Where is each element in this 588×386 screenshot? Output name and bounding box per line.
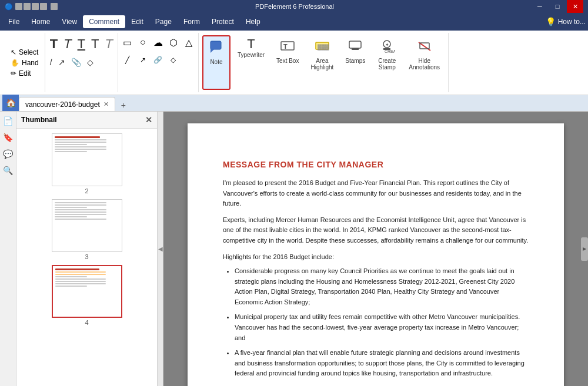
- home-tab-button[interactable]: 🏠: [2, 95, 19, 111]
- text-tool-2[interactable]: T: [61, 35, 74, 53]
- shapes-row1: ▭ ○ ☁ ⬡ △: [121, 33, 196, 51]
- new-tab-button[interactable]: +: [116, 99, 131, 111]
- sidebar-collapse-handle[interactable]: ◀: [158, 112, 163, 386]
- edit-tool[interactable]: ✏ Edit: [9, 69, 40, 78]
- typewriter-icon: T: [247, 38, 255, 51]
- thumb-line: [55, 146, 106, 147]
- document-tab[interactable]: vancouver-2016-budget ✕: [19, 97, 115, 111]
- rectangle-shape[interactable]: ▭: [121, 35, 135, 49]
- pdf-para-1: I'm pleased to present the 2016 Budget a…: [223, 178, 529, 209]
- pdf-para-2: Experts, including Mercer Human Resource…: [223, 215, 529, 246]
- diamond-shape[interactable]: ◇: [166, 53, 181, 67]
- highlight-eraser[interactable]: ◇: [85, 56, 96, 68]
- thumb-page-4-image: [52, 265, 122, 318]
- select-tool[interactable]: ↖ Select: [9, 48, 40, 57]
- note-icon: [208, 39, 225, 58]
- cloud-shape[interactable]: ☁: [151, 35, 165, 49]
- sidebar-close-button[interactable]: ✕: [145, 115, 152, 125]
- thumb-line: [55, 212, 106, 213]
- draw-tool[interactable]: /: [48, 56, 55, 68]
- comments-icon[interactable]: 💬: [1, 147, 15, 161]
- polygon-shape[interactable]: ⬡: [166, 35, 181, 49]
- menu-view[interactable]: View: [56, 15, 83, 28]
- area-highlight-button[interactable]: ▓▓▓ AreaHighlight: [306, 35, 338, 90]
- minimize-button[interactable]: ─: [532, 0, 548, 13]
- thumb-line: [55, 286, 87, 287]
- menu-home[interactable]: Home: [25, 15, 56, 28]
- thumb-line: [55, 151, 87, 152]
- thumb-line: [55, 207, 87, 208]
- area-highlight-label: AreaHighlight: [310, 58, 333, 71]
- thumb-line: [55, 268, 100, 270]
- bookmarks-icon[interactable]: 🔖: [1, 130, 15, 145]
- collapse-arrow-icon: ◀: [158, 246, 163, 252]
- stamps-button[interactable]: Stamps: [340, 35, 370, 90]
- menu-comment[interactable]: Comment: [83, 15, 125, 28]
- thumb-line: [55, 283, 106, 284]
- search-sidebar-icon[interactable]: 🔍: [1, 163, 15, 177]
- sidebar-header: Thumbnail ✕: [16, 112, 157, 129]
- tab-close-button[interactable]: ✕: [103, 100, 109, 108]
- pdf-bullet-3: A five-year financial plan that will ena…: [235, 348, 529, 379]
- triangle-shape[interactable]: △: [182, 35, 196, 49]
- svg-text:✦: ✦: [385, 42, 389, 48]
- svg-text:T: T: [283, 43, 288, 50]
- menu-protect[interactable]: Protect: [206, 15, 240, 28]
- thumbnail-page-3[interactable]: 3: [52, 199, 122, 260]
- thumb-page-3-image: [52, 199, 122, 252]
- pdf-highlights-label: Highlights for the 2016 Budget include:: [223, 252, 529, 262]
- thumb-line: [55, 274, 106, 275]
- thumb-line: [55, 214, 106, 215]
- hide-annotations-label: HideAnnotations: [409, 58, 440, 71]
- thumbnail-page-2[interactable]: 2: [52, 133, 122, 194]
- thumb-line: [55, 271, 106, 273]
- expand-arrow-icon: ▶: [583, 246, 586, 251]
- restore-button[interactable]: □: [549, 0, 566, 13]
- pdf-bullet-list: Considerable progress on many key Counci…: [235, 266, 529, 379]
- hide-annotations-button[interactable]: HideAnnotations: [404, 35, 445, 90]
- text-tool-5[interactable]: T: [103, 35, 115, 53]
- menu-form[interactable]: Form: [178, 15, 206, 28]
- create-stamp-button[interactable]: ✦ CREATE CreateStamp: [372, 35, 402, 90]
- tab-bar: 🏠 vancouver-2016-budget ✕ +: [0, 95, 588, 112]
- oval-shape[interactable]: ○: [136, 35, 150, 49]
- thumb-line: [55, 278, 106, 280]
- text-tool-3[interactable]: T: [75, 35, 88, 53]
- thumbnails-icon[interactable]: 📄: [1, 114, 15, 128]
- select-group: ↖ Select ✋ Hand ✏ Edit: [5, 33, 45, 92]
- window-controls[interactable]: ─ □ ✕: [532, 0, 583, 13]
- menu-help[interactable]: Help: [240, 15, 266, 28]
- thumb-line: [55, 209, 106, 210]
- thumb-line: [55, 144, 87, 145]
- thumb-line: [55, 136, 100, 138]
- menu-page[interactable]: Page: [149, 15, 178, 28]
- title-bar: 🔵 PDFelement 6 Professional ─ □ ✕: [0, 0, 588, 13]
- pdf-bullet-1: Considerable progress on many key Counci…: [235, 266, 529, 307]
- text-box-button[interactable]: T Text Box: [272, 35, 303, 90]
- left-icon-bar: 📄 🔖 💬 🔍: [0, 112, 16, 386]
- arrow-tool[interactable]: ↗: [56, 56, 68, 68]
- thumb-line: [55, 281, 106, 282]
- text-tool-1[interactable]: T: [48, 35, 60, 53]
- note-button[interactable]: Note: [202, 35, 230, 90]
- thumb-line: [55, 142, 106, 143]
- hand-tool[interactable]: ✋ Hand: [9, 58, 40, 68]
- line-tool[interactable]: ╱: [121, 53, 135, 67]
- svg-text:CREATE: CREATE: [385, 49, 395, 53]
- menu-edit[interactable]: Edit: [125, 15, 149, 28]
- title-bar-left: 🔵: [5, 3, 58, 11]
- pdf-page: MESSAGE FROM THE CITY MANAGER I'm please…: [188, 123, 564, 386]
- typewriter-button[interactable]: T Typewriter: [233, 35, 269, 90]
- how-to-label[interactable]: How to...: [558, 18, 586, 26]
- menu-file[interactable]: File: [2, 15, 25, 28]
- close-button[interactable]: ✕: [567, 0, 583, 13]
- connect-tool[interactable]: 🔗: [151, 53, 165, 67]
- area-highlight-icon: ▓▓▓: [314, 38, 330, 56]
- svg-marker-1: [211, 49, 214, 53]
- text-tool-4[interactable]: T: [89, 35, 101, 53]
- arrow-shape[interactable]: ↗: [136, 53, 150, 67]
- thumbnail-page-4[interactable]: 4: [52, 265, 122, 326]
- pdf-viewer[interactable]: MESSAGE FROM THE CITY MANAGER I'm please…: [163, 112, 588, 386]
- attach-tool[interactable]: 📎: [69, 56, 83, 68]
- viewer-expand-handle[interactable]: ▶: [581, 237, 588, 261]
